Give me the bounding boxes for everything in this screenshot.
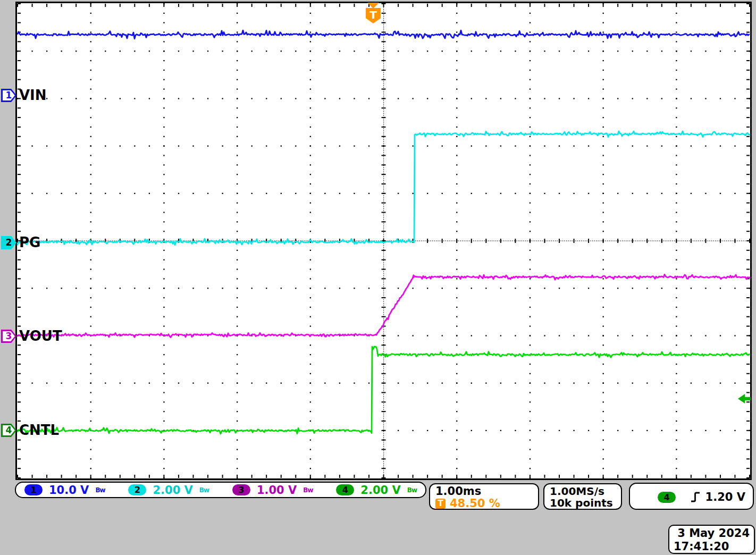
channel-1-scale: 10.0 V — [49, 484, 89, 497]
timebase-scale: 1.00ms — [435, 485, 533, 498]
waveform-display — [0, 0, 756, 555]
channel-4-bandwidth-icon: Bw — [407, 486, 417, 494]
acquisition-readout[interactable]: 1.00MS/s 10k points — [543, 483, 622, 510]
channel-2-bandwidth-icon: Bw — [199, 486, 209, 494]
channel-readouts-bar[interactable]: 1 10.0 V Bw 2 2.00 V Bw 3 1.00 V Bw 4 2.… — [15, 482, 426, 498]
channel-3-label: VOUT — [19, 328, 62, 344]
datetime-box: 3 May 2024 17:41:20 — [668, 525, 755, 554]
channel-1-readout[interactable]: 1 10.0 V Bw — [24, 484, 105, 497]
trigger-position-percent: 48.50 % — [450, 498, 500, 509]
trigger-level: 1.20 V — [705, 491, 745, 503]
channel-2-label: PG — [19, 234, 40, 250]
channel-1-bandwidth-icon: Bw — [95, 486, 105, 494]
sample-rate: 1.00MS/s — [550, 485, 616, 497]
channel-4-readout[interactable]: 4 2.00 V Bw — [336, 484, 417, 497]
channel-2-badge: 2 — [128, 484, 146, 495]
oscilloscope-screen: 1 VIN 2 PG 3 VOUT 4 CNTL T 1 10.0 V Bw 2… — [0, 0, 756, 555]
rising-edge-icon — [690, 491, 701, 503]
channel-3-readout[interactable]: 3 1.00 V Bw — [232, 484, 313, 497]
channel-2-scale: 2.00 V — [153, 484, 192, 497]
channel-1-label: VIN — [19, 87, 47, 103]
record-length: 10k points — [550, 497, 616, 509]
trigger-readout[interactable]: 4 1.20 V — [629, 483, 754, 510]
channel-3-bandwidth-icon: Bw — [303, 486, 313, 494]
channel-3-scale: 1.00 V — [257, 484, 297, 497]
channel-3-badge: 3 — [232, 484, 250, 495]
trigger-icon: T — [435, 499, 446, 509]
trigger-position-arrow-icon[interactable] — [367, 3, 379, 9]
timebase-readout[interactable]: 1.00ms T 48.50 % — [429, 483, 539, 510]
time-text: 17:41:20 — [674, 540, 750, 553]
trigger-source-badge: 4 — [658, 492, 676, 503]
channel-2-readout[interactable]: 2 2.00 V Bw — [128, 484, 209, 497]
channel-4-badge: 4 — [336, 484, 354, 495]
date-text: 3 May 2024 — [674, 527, 750, 540]
channel-4-scale: 2.00 V — [360, 484, 400, 497]
channel-4-label: CNTL — [19, 422, 59, 438]
channel-1-badge: 1 — [24, 484, 43, 495]
